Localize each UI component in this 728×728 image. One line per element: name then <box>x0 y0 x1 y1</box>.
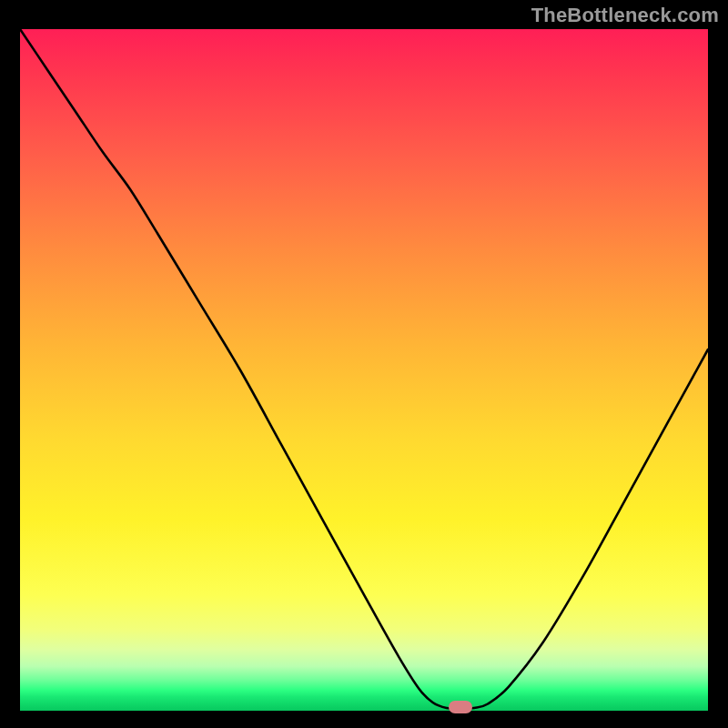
bottleneck-curve <box>20 29 708 711</box>
optimum-marker <box>449 701 472 713</box>
plot-area <box>20 29 708 711</box>
chart-container: TheBottleneck.com <box>0 0 728 728</box>
curve-path <box>20 29 708 709</box>
watermark-text: TheBottleneck.com <box>531 4 719 27</box>
